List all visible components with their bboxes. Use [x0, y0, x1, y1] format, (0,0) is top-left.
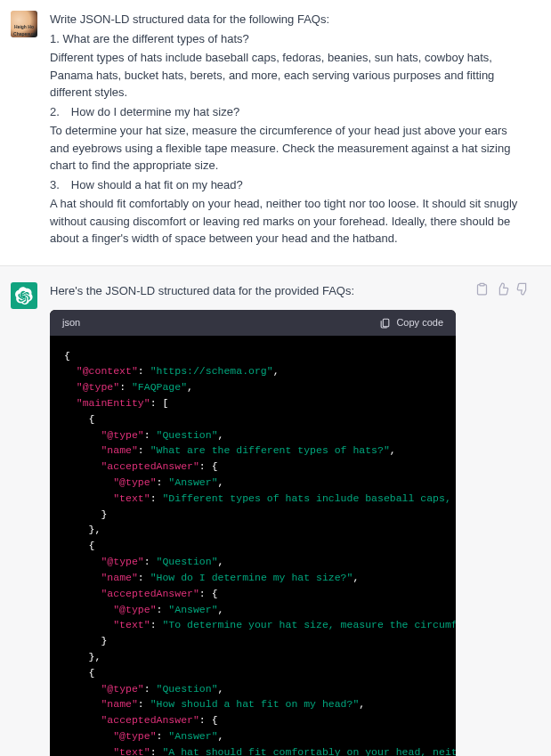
- user-line: 1. What are the different types of hats?: [50, 30, 530, 48]
- code-header: json Copy code: [50, 310, 456, 336]
- clipboard-icon: [379, 317, 391, 329]
- assistant-avatar: [11, 282, 37, 309]
- copy-code-button[interactable]: Copy code: [379, 315, 443, 330]
- user-prompt: Write JSON-LD structured data for the fo…: [50, 11, 530, 249]
- code-content: { "@context": "https://schema.org", "@ty…: [50, 336, 456, 757]
- code-block: json Copy code { "@context": "https://sc…: [50, 310, 456, 756]
- svg-rect-0: [384, 319, 390, 327]
- assistant-message: Here's the JSON-LD structured data for t…: [0, 265, 551, 757]
- code-language-label: json: [62, 315, 80, 330]
- user-message: Write JSON-LD structured data for the fo…: [0, 0, 551, 265]
- user-line: A hat should fit comfortably on your hea…: [50, 195, 530, 248]
- thumbs-down-icon[interactable]: [516, 282, 530, 296]
- user-line: To determine your hat size, measure the …: [50, 122, 530, 175]
- user-line: 2. How do I determine my hat size?: [50, 103, 530, 121]
- user-line: Different types of hats include baseball…: [50, 49, 530, 102]
- user-avatar: [11, 11, 37, 37]
- openai-logo-icon: [15, 287, 33, 305]
- user-line: Write JSON-LD structured data for the fo…: [50, 11, 530, 28]
- thumbs-up-icon[interactable]: [496, 282, 509, 296]
- clipboard-icon[interactable]: [475, 282, 489, 296]
- assistant-intro: Here's the JSON-LD structured data for t…: [50, 282, 456, 300]
- svg-rect-1: [480, 283, 484, 286]
- message-actions: [475, 282, 530, 757]
- user-line: 3. How should a hat fit on my head?: [50, 176, 530, 194]
- copy-code-label: Copy code: [396, 315, 443, 330]
